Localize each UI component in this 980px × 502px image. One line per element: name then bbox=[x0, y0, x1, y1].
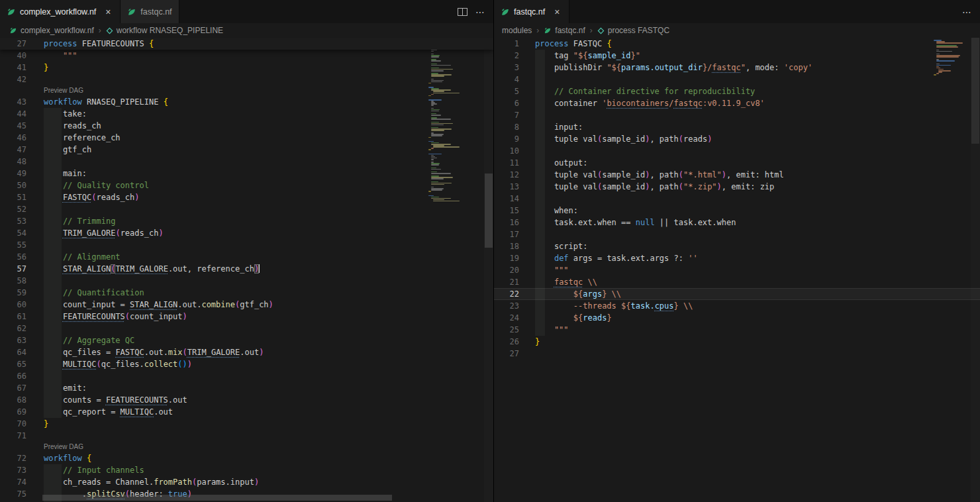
code-line[interactable]: 1process FASTQC { bbox=[494, 38, 980, 50]
scrollbar-thumb[interactable] bbox=[485, 174, 493, 248]
code-line[interactable]: 67 emit: bbox=[0, 382, 493, 394]
code-line[interactable]: 46 reference_ch bbox=[0, 132, 493, 144]
code-text[interactable] bbox=[26, 203, 493, 215]
code-line[interactable]: 68 counts = FEATURECOUNTS.out bbox=[0, 394, 493, 406]
code-text[interactable]: qc_report = MULTIQC.out bbox=[26, 406, 493, 418]
code-line[interactable]: 19 def args = task.ext.args ?: '' bbox=[494, 252, 980, 264]
code-line[interactable]: 7 bbox=[494, 109, 980, 121]
code-text[interactable]: script: bbox=[519, 240, 980, 252]
code-text[interactable]: workflow { bbox=[26, 452, 493, 464]
code-text[interactable] bbox=[519, 193, 980, 205]
code-text[interactable]: ${args} \\ bbox=[519, 288, 980, 300]
split-editor-icon[interactable] bbox=[458, 8, 467, 16]
code-area[interactable]: 1process FASTQC {2 tag "${sample_id}"3 p… bbox=[494, 38, 980, 360]
code-text[interactable]: """ bbox=[519, 324, 980, 336]
code-line[interactable]: 13 tuple val(sample_id), path("*.zip"), … bbox=[494, 181, 980, 193]
code-text[interactable]: ${reads} bbox=[519, 312, 980, 324]
code-line[interactable]: 55 bbox=[0, 239, 493, 251]
scrollbar-thumb[interactable] bbox=[971, 38, 979, 144]
code-text[interactable] bbox=[26, 370, 493, 382]
code-text[interactable]: container 'biocontainers/fastqc:v0.11.9_… bbox=[519, 97, 980, 109]
code-line[interactable]: 47 gtf_ch bbox=[0, 144, 493, 156]
code-text[interactable]: count_input = STAR_ALIGN.out.combine(gtf… bbox=[26, 299, 493, 311]
code-line[interactable]: 62 bbox=[0, 323, 493, 334]
more-actions-icon[interactable]: ⋯ bbox=[475, 7, 485, 17]
code-line[interactable]: 2 tag "${sample_id}" bbox=[494, 50, 980, 62]
code-line[interactable]: 49 main: bbox=[0, 168, 493, 179]
code-line[interactable]: 65 MULTIQC(qc_files.collect()) bbox=[0, 358, 493, 370]
code-line[interactable]: 5 // Container directive for reproducibi… bbox=[494, 85, 980, 97]
code-text[interactable] bbox=[519, 145, 980, 157]
code-text[interactable]: tuple val(sample_id), path("*.zip"), emi… bbox=[519, 181, 980, 193]
code-line[interactable]: 41} bbox=[0, 62, 493, 74]
sticky-scroll-line[interactable]: 27process FEATURECOUNTS { bbox=[0, 38, 493, 50]
code-line[interactable]: 26} bbox=[494, 336, 980, 348]
code-text[interactable]: FASTQC(reads_ch) bbox=[26, 191, 493, 203]
code-text[interactable]: // Container directive for reproducibili… bbox=[519, 85, 980, 97]
code-text[interactable] bbox=[26, 323, 493, 334]
code-text[interactable]: TRIM_GALORE(reads_ch) bbox=[26, 227, 493, 239]
code-line[interactable]: 45 reads_ch bbox=[0, 120, 493, 132]
code-line[interactable]: 73 // Input channels bbox=[0, 464, 493, 476]
code-line[interactable]: 12 tuple val(sample_id), path("*.html"),… bbox=[494, 169, 980, 181]
code-text[interactable] bbox=[26, 239, 493, 251]
code-line[interactable]: 70} bbox=[0, 418, 493, 430]
vertical-scrollbar[interactable] bbox=[484, 38, 493, 502]
more-actions-icon[interactable]: ⋯ bbox=[962, 7, 972, 17]
code-line[interactable]: 15 when: bbox=[494, 205, 980, 217]
code-line[interactable]: 56 // Alignment bbox=[0, 251, 493, 263]
code-text[interactable] bbox=[519, 109, 980, 121]
code-text[interactable] bbox=[26, 275, 493, 287]
code-line[interactable]: 10 bbox=[494, 145, 980, 157]
code-text[interactable]: // Trimming bbox=[26, 215, 493, 227]
code-line[interactable]: 48 bbox=[0, 156, 493, 168]
code-line[interactable]: 64 qc_files = FASTQC.out.mix(TRIM_GALORE… bbox=[0, 346, 493, 358]
code-text[interactable]: take: bbox=[26, 108, 493, 120]
code-line[interactable]: 52 bbox=[0, 203, 493, 215]
codelens-link[interactable]: Preview DAG bbox=[0, 442, 493, 452]
code-text[interactable] bbox=[519, 348, 980, 360]
breadcrumb-file[interactable]: complex_workflow.nf bbox=[9, 26, 94, 35]
code-text[interactable]: qc_files = FASTQC.out.mix(TRIM_GALORE.ou… bbox=[26, 346, 493, 358]
code-text[interactable]: STAR_ALIGN(TRIM_GALORE.out, reference_ch… bbox=[26, 263, 493, 275]
code-line[interactable]: 74 ch_reads = Channel.fromPath(params.in… bbox=[0, 476, 493, 488]
code-text[interactable]: """ bbox=[26, 50, 493, 62]
code-line[interactable]: 43workflow RNASEQ_PIPELINE { bbox=[0, 96, 493, 108]
code-line[interactable]: 58 bbox=[0, 275, 493, 287]
code-text[interactable]: } bbox=[26, 62, 493, 74]
vertical-scrollbar[interactable] bbox=[971, 38, 980, 502]
code-text[interactable]: task.ext.when == null || task.ext.when bbox=[519, 217, 980, 228]
code-line[interactable]: 57 STAR_ALIGN(TRIM_GALORE.out, reference… bbox=[0, 263, 493, 275]
code-line[interactable]: 16 task.ext.when == null || task.ext.whe… bbox=[494, 217, 980, 228]
code-text[interactable]: reference_ch bbox=[26, 132, 493, 144]
code-line[interactable]: 40 """ bbox=[0, 50, 493, 62]
minimap[interactable] bbox=[428, 38, 484, 202]
code-text[interactable]: input: bbox=[519, 121, 980, 133]
close-icon[interactable]: × bbox=[103, 7, 113, 17]
code-text[interactable]: // Input channels bbox=[26, 464, 493, 476]
tab-fastqc-left[interactable]: fastqc.nf bbox=[121, 0, 179, 23]
code-line[interactable]: 53 // Trimming bbox=[0, 215, 493, 227]
codelens-link[interactable]: Preview DAG bbox=[0, 85, 493, 96]
code-text[interactable]: counts = FEATURECOUNTS.out bbox=[26, 394, 493, 406]
code-line[interactable]: 60 count_input = STAR_ALIGN.out.combine(… bbox=[0, 299, 493, 311]
code-text[interactable]: ch_reads = Channel.fromPath(params.input… bbox=[26, 476, 493, 488]
code-text[interactable]: gtf_ch bbox=[26, 144, 493, 156]
code-text[interactable]: output: bbox=[519, 157, 980, 169]
code-line[interactable]: 9 tuple val(sample_id), path(reads) bbox=[494, 133, 980, 145]
code-line[interactable]: 54 TRIM_GALORE(reads_ch) bbox=[0, 227, 493, 239]
tab-complex-workflow[interactable]: complex_workflow.nf × bbox=[0, 0, 121, 23]
code-text[interactable] bbox=[26, 156, 493, 168]
code-text[interactable]: MULTIQC(qc_files.collect()) bbox=[26, 358, 493, 370]
code-text[interactable]: tag "${sample_id}" bbox=[519, 50, 980, 62]
code-text[interactable]: FEATURECOUNTS(count_input) bbox=[26, 311, 493, 323]
breadcrumb-symbol[interactable]: workflow RNASEQ_PIPELINE bbox=[106, 26, 223, 35]
code-text[interactable] bbox=[519, 74, 980, 85]
breadcrumb-folder[interactable]: modules bbox=[502, 26, 532, 35]
code-text[interactable]: when: bbox=[519, 205, 980, 217]
tab-fastqc-right[interactable]: fastqc.nf × bbox=[494, 0, 569, 23]
code-text[interactable] bbox=[26, 74, 493, 85]
code-line[interactable]: 6 container 'biocontainers/fastqc:v0.11.… bbox=[494, 97, 980, 109]
code-line[interactable]: 42 bbox=[0, 74, 493, 85]
code-area[interactable]: 27process FEATURECOUNTS {40 """41}42Prev… bbox=[0, 38, 493, 502]
